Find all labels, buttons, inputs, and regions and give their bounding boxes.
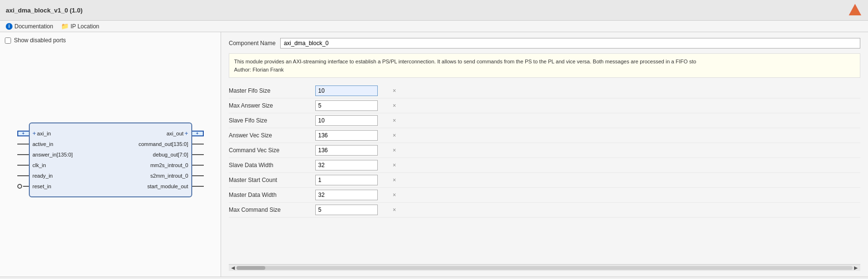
footer-buttons: OK Cancel [0,277,868,279]
logo-icon [848,3,862,17]
param-clear-button[interactable]: × [393,191,396,199]
param-input-wrap: × [315,190,378,200]
param-row: Slave Data Width× [229,158,860,173]
scrollbar-thumb[interactable] [236,266,265,270]
ip-block: + axi_in axi_out + active_in [29,122,192,197]
window-title: axi_dma_block_v1_0 (1.0) [6,7,83,14]
param-value-input[interactable] [316,116,393,125]
component-name-row: Component Name [229,38,860,49]
port-s2mm: s2mm_introut_0 [150,173,188,179]
param-row: Answer Vec Size× [229,128,860,143]
port-clk-in: clk_in [33,162,46,168]
param-value-input[interactable] [316,190,393,200]
param-input-wrap: × [315,85,378,96]
port-active-in: active_in [33,141,53,147]
port-axi-in: axi_in [37,131,51,136]
description-text: This module provides an AXI-streaming in… [234,58,855,66]
param-row: Command Vec Size× [229,143,860,158]
param-clear-button[interactable]: × [393,131,396,140]
toolbar: i Documentation 📁 IP Location [0,21,868,32]
port-start-module: start_module_out [148,183,188,189]
component-name-input[interactable] [280,38,860,49]
param-input-wrap: × [315,115,378,126]
param-label: Max Answer Size [229,102,315,109]
show-disabled-checkbox[interactable] [5,37,11,44]
folder-icon: 📁 [61,23,69,30]
description-author: Author: Florian Frank [234,66,855,74]
documentation-label: Documentation [14,23,53,30]
param-label: Max Command Size [229,206,315,213]
param-row: Master Fifo Size× [229,84,860,98]
param-row: Master Data Width× [229,188,860,203]
param-label: Slave Data Width [229,162,315,169]
param-label: Master Start Count [229,177,315,183]
param-value-input[interactable] [316,146,393,155]
scroll-left-arrow[interactable]: ◀ [230,265,236,270]
param-input-wrap: × [315,100,378,111]
main-content: Show disabled ports + [0,32,868,277]
scrollbar-track [236,266,853,270]
description-box: This module provides an AXI-streaming in… [229,53,860,78]
port-mm2s: mm2s_introut_0 [150,162,188,168]
info-icon: i [6,23,12,30]
param-clear-button[interactable]: × [393,176,396,184]
param-row: Max Answer Size× [229,98,860,113]
param-label: Master Fifo Size [229,87,315,94]
param-value-input[interactable] [316,86,393,96]
param-clear-button[interactable]: × [393,116,396,125]
param-input-wrap: × [315,175,378,185]
param-input-wrap: × [315,130,378,141]
show-disabled-row: Show disabled ports [5,37,216,44]
param-input-wrap: × [315,145,378,156]
title-bar: axi_dma_block_v1_0 (1.0) [0,0,868,21]
param-row: Master Start Count× [229,173,860,188]
param-clear-button[interactable]: × [393,86,396,95]
ip-location-button[interactable]: 📁 IP Location [61,23,99,30]
port-reset-in: reset_in [33,183,51,189]
param-label: Slave Fifo Size [229,117,315,124]
param-clear-button[interactable]: × [393,206,396,214]
show-disabled-label: Show disabled ports [14,37,66,44]
left-panel: Show disabled ports + [0,32,221,277]
param-label: Answer Vec Size [229,132,315,139]
param-label: Master Data Width [229,192,315,198]
port-axi-out: axi_out [166,131,183,136]
right-panel: Component Name This module provides an A… [221,32,868,277]
param-input-wrap: × [315,160,378,170]
param-value-input[interactable] [316,101,393,110]
ip-location-label: IP Location [71,23,99,30]
param-label: Command Vec Size [229,147,315,154]
documentation-button[interactable]: i Documentation [6,23,53,30]
param-value-input[interactable] [316,131,393,140]
param-row: Max Command Size× [229,203,860,218]
port-ready-in: ready_in [33,173,53,179]
param-value-input[interactable] [316,205,393,215]
port-answer-in: answer_in[135:0] [33,152,73,158]
port-command-out: command_out[135:0] [138,141,188,147]
component-name-label: Component Name [229,40,275,47]
param-clear-button[interactable]: × [393,101,396,110]
horizontal-scrollbar[interactable]: ◀ ▶ [229,264,860,271]
param-input-wrap: × [315,205,378,215]
port-debug-out: debug_out[7:0] [153,152,188,158]
param-value-input[interactable] [316,175,393,185]
param-value-input[interactable] [316,160,393,170]
params-table: Master Fifo Size×Max Answer Size×Slave F… [229,84,860,262]
param-row: Slave Fifo Size× [229,113,860,128]
scroll-right-arrow[interactable]: ▶ [853,265,859,270]
component-canvas: + [5,49,216,270]
param-clear-button[interactable]: × [393,161,396,170]
param-clear-button[interactable]: × [393,146,396,155]
